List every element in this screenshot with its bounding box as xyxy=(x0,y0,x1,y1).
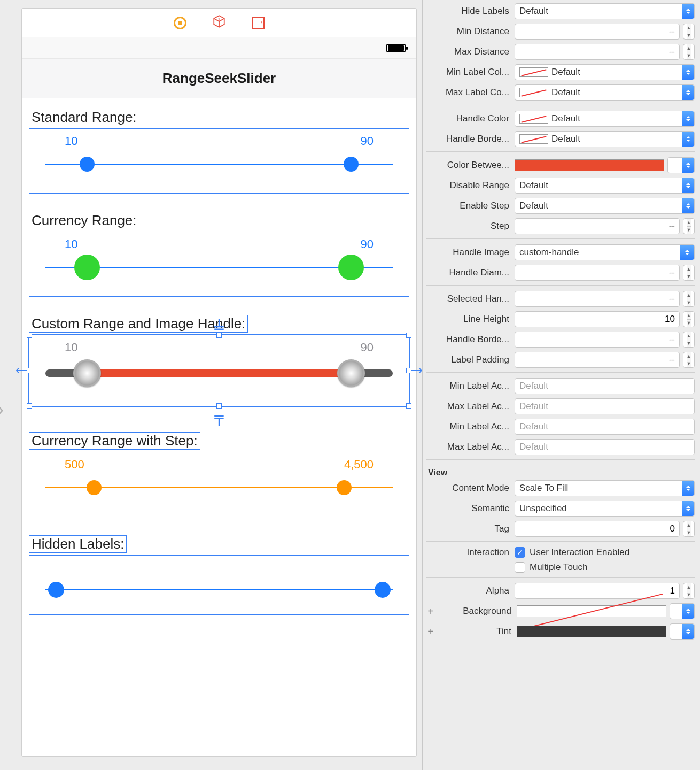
resize-handle[interactable] xyxy=(27,333,32,338)
stepper[interactable]: ▲▼ xyxy=(683,332,695,348)
max-label-acc2-field[interactable]: Default xyxy=(515,439,695,455)
step-field[interactable]: -- xyxy=(515,218,680,234)
min-label-color-combo[interactable]: Default xyxy=(515,64,695,80)
stop-icon[interactable] xyxy=(174,17,186,29)
color-between-swatch[interactable] xyxy=(515,159,664,171)
color-between-menu[interactable] xyxy=(667,157,695,173)
row-content-mode: Content Mode Scale To Fill xyxy=(426,480,695,496)
row-handle-border-width: Handle Borde... -- ▲▼ xyxy=(426,332,695,348)
background-color-menu[interactable] xyxy=(670,603,695,619)
row-max-label-acc: Max Label Ac... Default xyxy=(426,398,695,414)
label-padding-field[interactable]: -- xyxy=(515,352,680,368)
plus-icon[interactable]: + xyxy=(426,605,435,618)
resize-handle[interactable] xyxy=(406,403,411,409)
content-mode-combo[interactable]: Scale To Fill xyxy=(515,480,695,496)
handle-color-combo[interactable]: Default xyxy=(515,111,695,127)
min-label-acc-field[interactable]: Default xyxy=(515,378,695,394)
chevron-updown-icon xyxy=(682,65,694,80)
label-step[interactable]: Currency Range with Step: xyxy=(29,433,200,449)
prop-label: Min Label Ac... xyxy=(426,421,511,432)
label-hidden[interactable]: Hidden Labels: xyxy=(29,536,126,552)
stepper[interactable]: ▲▼ xyxy=(683,291,695,307)
label-currency[interactable]: Currency Range: xyxy=(29,212,139,229)
divider xyxy=(426,541,695,542)
min-distance-field[interactable]: -- xyxy=(515,24,680,40)
resize-handle[interactable] xyxy=(27,368,32,373)
resize-handle[interactable] xyxy=(27,403,32,409)
exit-icon[interactable] xyxy=(252,17,265,29)
resize-handle[interactable] xyxy=(406,368,411,373)
alpha-field[interactable]: 1 xyxy=(515,583,680,599)
stepper[interactable]: ▲▼ xyxy=(683,265,695,281)
battery-icon xyxy=(386,44,406,52)
row-handle-color: Handle Color Default xyxy=(426,111,695,127)
plus-icon[interactable]: + xyxy=(426,626,435,638)
slider-handle-max[interactable] xyxy=(338,255,364,280)
slider-custom-selected[interactable]: ╧ ╤ ⟵ ⟶ 10 90 xyxy=(29,335,409,406)
background-color-swatch[interactable] xyxy=(517,605,666,617)
slider-handle-min[interactable] xyxy=(48,582,64,598)
cube-icon[interactable]: 1 xyxy=(212,14,226,31)
hide-labels-combo[interactable]: Default xyxy=(515,3,695,19)
handle-border-width-field[interactable]: -- xyxy=(515,332,680,348)
stepper[interactable]: ▲▼ xyxy=(683,24,695,40)
prop-label: Color Betwee... xyxy=(426,160,511,171)
slider-min-label: 10 xyxy=(65,237,77,251)
slider-handle-min[interactable] xyxy=(74,255,100,280)
line-height-field[interactable]: 10 xyxy=(515,311,680,327)
slider-handle-min[interactable] xyxy=(73,359,101,387)
row-hide-labels: Hide Labels Default xyxy=(426,3,695,19)
stepper[interactable]: ▲▼ xyxy=(683,352,695,368)
slider-handle-max[interactable] xyxy=(337,359,365,387)
user-interaction-checkbox[interactable]: ✓ xyxy=(515,547,525,558)
slider-handle-max[interactable] xyxy=(344,157,359,172)
row-min-label-acc: Min Label Ac... Default xyxy=(426,378,695,394)
disable-range-combo[interactable]: Default xyxy=(515,178,695,194)
slider-handle-max[interactable] xyxy=(375,582,391,598)
prop-label: Handle Borde... xyxy=(426,134,511,144)
multiple-touch-checkbox[interactable] xyxy=(515,562,525,573)
row-tag: Tag 0 ▲▼ xyxy=(426,521,695,537)
slider-hidden[interactable] xyxy=(29,556,409,614)
enable-step-combo[interactable]: Default xyxy=(515,198,695,214)
prop-label: Min Label Col... xyxy=(426,67,511,78)
stepper[interactable]: ▲▼ xyxy=(683,583,695,599)
prop-label: Tag xyxy=(426,523,511,534)
max-label-acc-field[interactable]: Default xyxy=(515,398,695,414)
max-label-color-combo[interactable]: Default xyxy=(515,84,695,101)
page-title[interactable]: RangeSeekSlider xyxy=(160,70,278,87)
resize-handle[interactable] xyxy=(406,333,411,338)
slider-handle-min[interactable] xyxy=(87,480,102,495)
tint-color-swatch[interactable] xyxy=(517,626,666,637)
slider-max-label: 4,500 xyxy=(344,458,374,472)
slider-step[interactable]: 500 4,500 xyxy=(29,452,409,517)
slider-handle-min[interactable] xyxy=(80,157,95,172)
chevron-right-icon: › xyxy=(0,398,4,421)
slider-max-label: 90 xyxy=(361,237,374,251)
selected-handle-field[interactable]: -- xyxy=(515,291,680,307)
handle-diameter-field[interactable]: -- xyxy=(515,265,680,281)
resize-handle[interactable] xyxy=(216,403,222,409)
min-label-acc2-field[interactable]: Default xyxy=(515,419,695,435)
semantic-combo[interactable]: Unspecified xyxy=(515,500,695,517)
handle-border-color-combo[interactable]: Default xyxy=(515,131,695,147)
row-label-padding: Label Padding -- ▲▼ xyxy=(426,352,695,368)
tag-field[interactable]: 0 xyxy=(515,521,680,537)
max-distance-field[interactable]: -- xyxy=(515,44,680,60)
stepper[interactable]: ▲▼ xyxy=(683,521,695,537)
prop-label: Max Label Ac... xyxy=(426,442,511,452)
resize-handle[interactable] xyxy=(216,333,222,338)
row-color-between: Color Betwee... xyxy=(426,157,695,173)
stepper[interactable]: ▲▼ xyxy=(683,218,695,234)
stepper[interactable]: ▲▼ xyxy=(683,44,695,60)
section-standard: Standard Range: 10 90 xyxy=(29,109,409,193)
tint-color-menu[interactable] xyxy=(670,623,695,640)
handle-image-combo[interactable]: custom-handle xyxy=(515,244,695,260)
slider-currency[interactable]: 10 90 xyxy=(29,232,409,296)
stepper[interactable]: ▲▼ xyxy=(683,311,695,327)
label-standard[interactable]: Standard Range: xyxy=(29,109,139,126)
slider-handle-max[interactable] xyxy=(337,480,352,495)
slider-standard[interactable]: 10 90 xyxy=(29,129,409,193)
prop-label: Label Padding xyxy=(426,355,511,365)
prop-label: Max Label Co... xyxy=(426,87,511,98)
